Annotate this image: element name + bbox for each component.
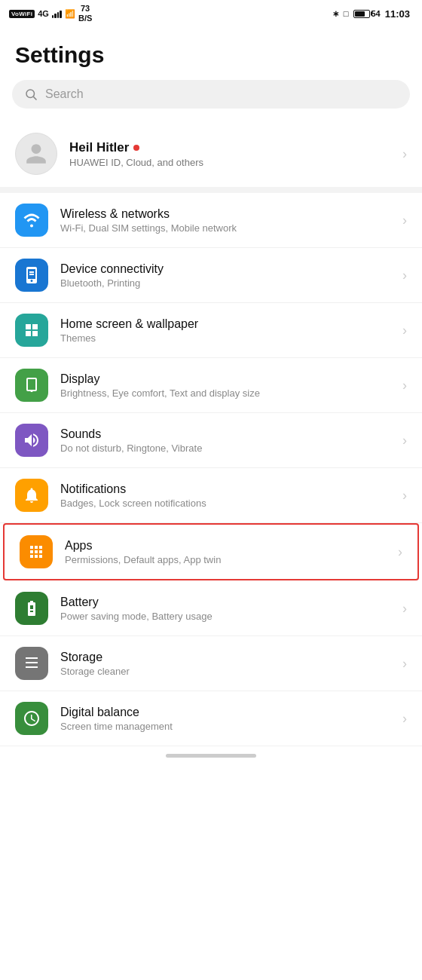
network-speed: 73 B/S [78,4,92,23]
status-bar: VoWiFi 4G 📶 73 B/S ∗ □ 54 11:03 [0,0,422,27]
apps-title: Apps [65,539,392,553]
home-screen-subtitle: Themes [60,332,396,344]
apps-text: Apps Permissions, Default apps, App twin [65,539,392,565]
wireless-networks-icon [15,204,48,237]
sounds-subtitle: Do not disturb, Ringtone, Vibrate [60,443,396,454]
battery-settings-title: Battery [60,596,396,609]
notifications-title: Notifications [60,482,396,496]
battery-settings-icon [15,592,48,625]
notifications-chevron: › [402,488,407,504]
bluetooth-icon: ∗ [332,9,339,19]
search-icon [24,87,38,101]
profile-name-text: Heil Hitler [69,140,129,155]
search-placeholder: Search [45,87,84,101]
digital-balance-title: Digital balance [60,706,396,719]
wireless-networks-text: Wireless & networks Wi-Fi, Dual SIM sett… [60,207,396,234]
settings-item-display[interactable]: Display Brightness, Eye comfort, Text an… [0,358,422,413]
time: 11:03 [385,8,410,20]
signal-bar-3 [57,12,60,18]
device-connectivity-chevron: › [402,268,407,283]
svg-line-1 [33,96,36,100]
digital-balance-subtitle: Screen time management [60,721,396,732]
sounds-text: Sounds Do not disturb, Ringtone, Vibrate [60,427,396,454]
battery-settings-text: Battery Power saving mode, Battery usage [60,596,396,622]
home-screen-text: Home screen & wallpaper Themes [60,317,396,344]
profile-subtitle: HUAWEI ID, Cloud, and others [69,157,390,168]
settings-item-apps[interactable]: Apps Permissions, Default apps, App twin… [5,525,417,579]
device-connectivity-subtitle: Bluetooth, Printing [60,277,396,289]
sounds-chevron: › [402,433,407,449]
notifications-icon [15,479,48,512]
battery-settings-subtitle: Power saving mode, Battery usage [60,611,396,622]
storage-icon [15,647,48,680]
display-text: Display Brightness, Eye comfort, Text an… [60,372,396,399]
battery-level: 54 [372,9,381,18]
settings-item-device-connectivity[interactable]: Device connectivity Bluetooth, Printing … [0,248,422,303]
display-title: Display [60,372,396,386]
storage-chevron: › [402,656,407,672]
settings-list: Wireless & networks Wi-Fi, Dual SIM sett… [0,193,422,746]
settings-item-home-screen[interactable]: Home screen & wallpaper Themes › [0,303,422,358]
signal-bar-1 [52,15,54,18]
display-icon [15,369,48,402]
wifi-icon: 📶 [65,9,75,19]
apps-icon [20,535,53,568]
home-screen-title: Home screen & wallpaper [60,317,396,331]
battery-settings-chevron: › [402,601,407,617]
storage-text: Storage Storage cleaner [60,651,396,677]
storage-title: Storage [60,651,396,664]
sounds-title: Sounds [60,427,396,441]
display-subtitle: Brightness, Eye comfort, Text and displa… [60,387,396,399]
home-bar [166,754,256,758]
settings-item-storage[interactable]: Storage Storage cleaner › [0,636,422,691]
apps-chevron: › [398,544,402,560]
status-right: ∗ □ 54 11:03 [332,8,410,20]
device-connectivity-text: Device connectivity Bluetooth, Printing [60,262,396,289]
wireless-networks-chevron: › [402,213,407,228]
profile-section[interactable]: Heil Hitler HUAWEI ID, Cloud, and others… [0,121,422,193]
svg-point-0 [26,90,35,98]
settings-item-notifications[interactable]: Notifications Badges, Lock screen notifi… [0,468,422,523]
search-bar[interactable]: Search [12,80,410,109]
profile-name: Heil Hitler [69,140,390,155]
digital-balance-chevron: › [402,711,407,727]
signal-bar-2 [54,14,57,18]
network-type: 4G [38,9,49,18]
page-title: Settings [0,27,422,80]
settings-item-sounds[interactable]: Sounds Do not disturb, Ringtone, Vibrate… [0,413,422,468]
notifications-text: Notifications Badges, Lock screen notifi… [60,482,396,509]
storage-subtitle: Storage cleaner [60,666,396,677]
status-left: VoWiFi 4G 📶 73 B/S [9,4,92,23]
settings-item-wireless-networks[interactable]: Wireless & networks Wi-Fi, Dual SIM sett… [0,193,422,248]
profile-info: Heil Hitler HUAWEI ID, Cloud, and others [69,140,390,168]
profile-chevron: › [402,146,407,162]
display-chevron: › [402,378,407,394]
battery-fill [355,11,365,17]
sounds-icon [15,424,48,457]
settings-item-battery[interactable]: Battery Power saving mode, Battery usage… [0,581,422,636]
avatar [15,133,57,175]
settings-item-digital-balance[interactable]: Digital balance Screen time management › [0,691,422,746]
signal-bars [52,9,62,18]
phone-icon: □ [344,9,349,18]
digital-balance-icon [15,702,48,735]
apps-subtitle: Permissions, Default apps, App twin [65,554,392,565]
vowifi-badge: VoWiFi [9,10,35,18]
device-connectivity-icon [15,259,48,292]
online-dot [133,145,139,151]
avatar-icon [24,142,48,166]
digital-balance-text: Digital balance Screen time management [60,706,396,732]
home-screen-chevron: › [402,323,407,338]
battery-container: 54 [353,9,381,18]
apps-highlight-wrapper: Apps Permissions, Default apps, App twin… [3,523,419,580]
home-indicator [0,746,422,770]
battery-icon [353,10,370,18]
signal-bar-4 [60,11,62,18]
home-screen-icon [15,314,48,347]
wireless-networks-title: Wireless & networks [60,207,396,221]
device-connectivity-title: Device connectivity [60,262,396,276]
notifications-subtitle: Badges, Lock screen notifications [60,498,396,509]
wireless-networks-subtitle: Wi-Fi, Dual SIM settings, Mobile network [60,222,396,234]
